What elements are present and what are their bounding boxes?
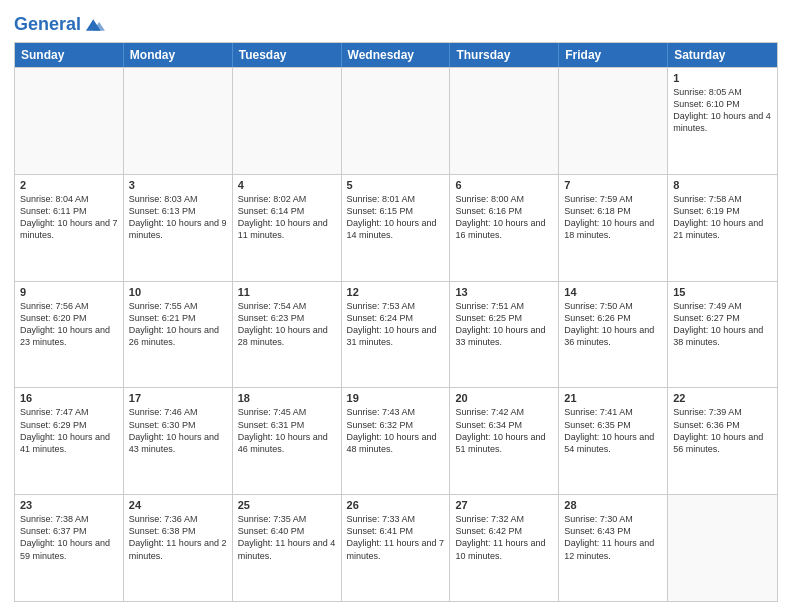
day-number: 14	[564, 286, 662, 298]
weekday-header: Monday	[124, 43, 233, 67]
day-number: 18	[238, 392, 336, 404]
weekday-header: Tuesday	[233, 43, 342, 67]
calendar-week: 9Sunrise: 7:56 AM Sunset: 6:20 PM Daylig…	[15, 281, 777, 388]
calendar-day: 24Sunrise: 7:36 AM Sunset: 6:38 PM Dayli…	[124, 495, 233, 601]
calendar-day: 4Sunrise: 8:02 AM Sunset: 6:14 PM Daylig…	[233, 175, 342, 281]
day-info: Sunrise: 8:01 AM Sunset: 6:15 PM Dayligh…	[347, 193, 445, 242]
calendar: SundayMondayTuesdayWednesdayThursdayFrid…	[14, 42, 778, 602]
calendar-body: 1Sunrise: 8:05 AM Sunset: 6:10 PM Daylig…	[15, 67, 777, 601]
calendar-day: 15Sunrise: 7:49 AM Sunset: 6:27 PM Dayli…	[668, 282, 777, 388]
day-info: Sunrise: 7:43 AM Sunset: 6:32 PM Dayligh…	[347, 406, 445, 455]
calendar-day: 21Sunrise: 7:41 AM Sunset: 6:35 PM Dayli…	[559, 388, 668, 494]
day-number: 12	[347, 286, 445, 298]
day-info: Sunrise: 7:59 AM Sunset: 6:18 PM Dayligh…	[564, 193, 662, 242]
day-number: 19	[347, 392, 445, 404]
day-number: 10	[129, 286, 227, 298]
day-info: Sunrise: 8:04 AM Sunset: 6:11 PM Dayligh…	[20, 193, 118, 242]
calendar-empty	[342, 68, 451, 174]
day-number: 9	[20, 286, 118, 298]
calendar-day: 20Sunrise: 7:42 AM Sunset: 6:34 PM Dayli…	[450, 388, 559, 494]
day-number: 11	[238, 286, 336, 298]
calendar-day: 18Sunrise: 7:45 AM Sunset: 6:31 PM Dayli…	[233, 388, 342, 494]
calendar-day: 19Sunrise: 7:43 AM Sunset: 6:32 PM Dayli…	[342, 388, 451, 494]
calendar-empty	[124, 68, 233, 174]
weekday-header: Thursday	[450, 43, 559, 67]
day-info: Sunrise: 7:45 AM Sunset: 6:31 PM Dayligh…	[238, 406, 336, 455]
day-info: Sunrise: 7:33 AM Sunset: 6:41 PM Dayligh…	[347, 513, 445, 562]
calendar-day: 25Sunrise: 7:35 AM Sunset: 6:40 PM Dayli…	[233, 495, 342, 601]
day-info: Sunrise: 7:35 AM Sunset: 6:40 PM Dayligh…	[238, 513, 336, 562]
day-number: 25	[238, 499, 336, 511]
day-number: 13	[455, 286, 553, 298]
day-info: Sunrise: 7:53 AM Sunset: 6:24 PM Dayligh…	[347, 300, 445, 349]
logo-icon	[83, 14, 105, 36]
day-info: Sunrise: 7:38 AM Sunset: 6:37 PM Dayligh…	[20, 513, 118, 562]
day-number: 6	[455, 179, 553, 191]
page: General SundayMondayTuesdayWednesdayThur…	[0, 0, 792, 612]
calendar-day: 9Sunrise: 7:56 AM Sunset: 6:20 PM Daylig…	[15, 282, 124, 388]
day-number: 26	[347, 499, 445, 511]
calendar-day: 27Sunrise: 7:32 AM Sunset: 6:42 PM Dayli…	[450, 495, 559, 601]
day-number: 27	[455, 499, 553, 511]
calendar-week: 16Sunrise: 7:47 AM Sunset: 6:29 PM Dayli…	[15, 387, 777, 494]
day-number: 23	[20, 499, 118, 511]
calendar-week: 1Sunrise: 8:05 AM Sunset: 6:10 PM Daylig…	[15, 67, 777, 174]
calendar-day: 3Sunrise: 8:03 AM Sunset: 6:13 PM Daylig…	[124, 175, 233, 281]
day-info: Sunrise: 8:00 AM Sunset: 6:16 PM Dayligh…	[455, 193, 553, 242]
day-info: Sunrise: 7:42 AM Sunset: 6:34 PM Dayligh…	[455, 406, 553, 455]
header: General	[14, 10, 778, 36]
logo-text: General	[14, 15, 81, 35]
day-number: 3	[129, 179, 227, 191]
day-info: Sunrise: 7:55 AM Sunset: 6:21 PM Dayligh…	[129, 300, 227, 349]
day-number: 5	[347, 179, 445, 191]
calendar-day: 5Sunrise: 8:01 AM Sunset: 6:15 PM Daylig…	[342, 175, 451, 281]
calendar-day: 13Sunrise: 7:51 AM Sunset: 6:25 PM Dayli…	[450, 282, 559, 388]
calendar-day: 12Sunrise: 7:53 AM Sunset: 6:24 PM Dayli…	[342, 282, 451, 388]
calendar-empty	[559, 68, 668, 174]
calendar-header: SundayMondayTuesdayWednesdayThursdayFrid…	[15, 43, 777, 67]
calendar-day: 22Sunrise: 7:39 AM Sunset: 6:36 PM Dayli…	[668, 388, 777, 494]
calendar-empty	[450, 68, 559, 174]
day-info: Sunrise: 8:03 AM Sunset: 6:13 PM Dayligh…	[129, 193, 227, 242]
calendar-day: 16Sunrise: 7:47 AM Sunset: 6:29 PM Dayli…	[15, 388, 124, 494]
calendar-day: 10Sunrise: 7:55 AM Sunset: 6:21 PM Dayli…	[124, 282, 233, 388]
day-info: Sunrise: 7:41 AM Sunset: 6:35 PM Dayligh…	[564, 406, 662, 455]
calendar-day: 7Sunrise: 7:59 AM Sunset: 6:18 PM Daylig…	[559, 175, 668, 281]
day-info: Sunrise: 7:30 AM Sunset: 6:43 PM Dayligh…	[564, 513, 662, 562]
day-number: 15	[673, 286, 772, 298]
logo: General	[14, 14, 105, 36]
day-info: Sunrise: 7:49 AM Sunset: 6:27 PM Dayligh…	[673, 300, 772, 349]
day-number: 24	[129, 499, 227, 511]
day-info: Sunrise: 7:47 AM Sunset: 6:29 PM Dayligh…	[20, 406, 118, 455]
day-number: 4	[238, 179, 336, 191]
day-number: 20	[455, 392, 553, 404]
calendar-empty	[233, 68, 342, 174]
calendar-empty	[668, 495, 777, 601]
calendar-week: 23Sunrise: 7:38 AM Sunset: 6:37 PM Dayli…	[15, 494, 777, 601]
day-number: 2	[20, 179, 118, 191]
calendar-day: 17Sunrise: 7:46 AM Sunset: 6:30 PM Dayli…	[124, 388, 233, 494]
weekday-header: Saturday	[668, 43, 777, 67]
day-info: Sunrise: 7:54 AM Sunset: 6:23 PM Dayligh…	[238, 300, 336, 349]
weekday-header: Wednesday	[342, 43, 451, 67]
calendar-week: 2Sunrise: 8:04 AM Sunset: 6:11 PM Daylig…	[15, 174, 777, 281]
calendar-day: 26Sunrise: 7:33 AM Sunset: 6:41 PM Dayli…	[342, 495, 451, 601]
calendar-day: 23Sunrise: 7:38 AM Sunset: 6:37 PM Dayli…	[15, 495, 124, 601]
calendar-day: 6Sunrise: 8:00 AM Sunset: 6:16 PM Daylig…	[450, 175, 559, 281]
calendar-day: 2Sunrise: 8:04 AM Sunset: 6:11 PM Daylig…	[15, 175, 124, 281]
day-number: 16	[20, 392, 118, 404]
day-info: Sunrise: 7:51 AM Sunset: 6:25 PM Dayligh…	[455, 300, 553, 349]
calendar-day: 11Sunrise: 7:54 AM Sunset: 6:23 PM Dayli…	[233, 282, 342, 388]
day-info: Sunrise: 7:46 AM Sunset: 6:30 PM Dayligh…	[129, 406, 227, 455]
weekday-header: Sunday	[15, 43, 124, 67]
day-number: 17	[129, 392, 227, 404]
day-info: Sunrise: 7:56 AM Sunset: 6:20 PM Dayligh…	[20, 300, 118, 349]
day-number: 21	[564, 392, 662, 404]
day-info: Sunrise: 8:05 AM Sunset: 6:10 PM Dayligh…	[673, 86, 772, 135]
day-number: 8	[673, 179, 772, 191]
day-info: Sunrise: 7:36 AM Sunset: 6:38 PM Dayligh…	[129, 513, 227, 562]
calendar-empty	[15, 68, 124, 174]
calendar-day: 14Sunrise: 7:50 AM Sunset: 6:26 PM Dayli…	[559, 282, 668, 388]
day-info: Sunrise: 7:39 AM Sunset: 6:36 PM Dayligh…	[673, 406, 772, 455]
calendar-day: 8Sunrise: 7:58 AM Sunset: 6:19 PM Daylig…	[668, 175, 777, 281]
